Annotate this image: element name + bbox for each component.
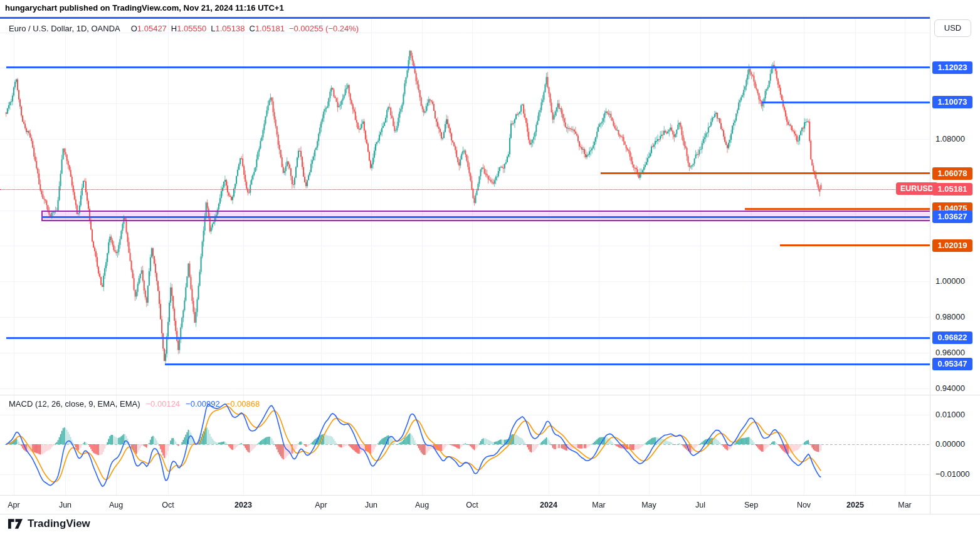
time-axis-label: May bbox=[641, 501, 656, 509]
time-axis-label: Oct bbox=[162, 501, 174, 509]
currency-usd-button[interactable]: USD bbox=[934, 19, 971, 37]
horizontal-level-line[interactable] bbox=[165, 363, 930, 365]
price-level-chip: 1.05181 bbox=[932, 183, 972, 196]
time-axis-label: Sep bbox=[744, 501, 758, 509]
price-level-chip: 1.12023 bbox=[932, 61, 972, 74]
time-axis-label: Jun bbox=[365, 501, 377, 509]
tradingview-brand-text: TradingView bbox=[28, 518, 90, 530]
macd-axis-label: 0.00000 bbox=[935, 439, 965, 449]
price-axis-label: 0.94000 bbox=[935, 383, 965, 393]
time-axis-label: 2024 bbox=[540, 501, 557, 509]
price-level-chip: 0.96822 bbox=[932, 331, 972, 344]
time-axis-label: Mar bbox=[592, 501, 606, 509]
price-level-chip: 0.95347 bbox=[932, 358, 972, 370]
price-level-chip: 1.02019 bbox=[932, 239, 972, 252]
symbol-legend[interactable]: Euro / U.S. Dollar, 1D, OANDAO1.05427H1.… bbox=[9, 24, 359, 33]
ohlc-letter: H bbox=[171, 24, 177, 33]
tradingview-logo[interactable]: TradingView bbox=[8, 518, 90, 530]
tradingview-mark-icon bbox=[8, 518, 23, 530]
ohlc-letter: O bbox=[131, 24, 137, 33]
macd-legend[interactable]: MACD (12, 26, close, 9, EMA, EMA)−0.0012… bbox=[9, 399, 260, 409]
time-axis-label: Jul bbox=[695, 501, 705, 509]
macd-axis-label: −0.01000 bbox=[935, 469, 970, 479]
ohlc-value: 1.05550 bbox=[177, 24, 206, 33]
macd-hist-value: −0.00124 bbox=[146, 399, 181, 409]
panel-divider[interactable] bbox=[0, 395, 980, 395]
ohlc-value: 1.05138 bbox=[215, 24, 245, 33]
chart-top-border bbox=[0, 17, 930, 19]
price-axis-label: 1.08000 bbox=[935, 134, 965, 143]
price-level-chip: 1.06078 bbox=[932, 167, 972, 180]
macd-axis-label: 0.01000 bbox=[935, 410, 965, 419]
time-axis[interactable]: AprJunAugOct2023AprJunAugOct2024MarMayJu… bbox=[0, 495, 930, 514]
tradingview-published-chart: hungarychart published on TradingView.co… bbox=[0, 0, 980, 537]
time-axis-label: Apr bbox=[8, 501, 19, 509]
horizontal-level-line[interactable] bbox=[762, 102, 930, 103]
bottom-border bbox=[0, 514, 980, 514]
published-attribution: hungarychart published on TradingView.co… bbox=[5, 3, 284, 13]
time-axis-label: 2025 bbox=[846, 501, 864, 509]
time-axis-label: Mar bbox=[898, 501, 912, 509]
ohlc-value: 1.05427 bbox=[137, 24, 167, 33]
time-axis-label: 2023 bbox=[234, 501, 252, 509]
ohlc-values: O1.05427H1.05550L1.05138C1.05181 bbox=[127, 24, 285, 33]
horizontal-level-line[interactable] bbox=[6, 66, 930, 68]
symbol-price-tag: EURUSD bbox=[896, 182, 938, 195]
horizontal-level-line[interactable] bbox=[780, 244, 930, 246]
horizontal-level-line[interactable] bbox=[601, 172, 930, 174]
price-macd-chart-canvas[interactable] bbox=[0, 0, 980, 537]
time-axis-label: Apr bbox=[315, 501, 327, 509]
ohlc-letter: C bbox=[249, 24, 255, 33]
ohlc-value: 1.05181 bbox=[255, 24, 285, 33]
price-level-chip: 1.03627 bbox=[932, 211, 972, 223]
macd-signal-value: −0.00868 bbox=[226, 399, 260, 409]
horizontal-level-line[interactable] bbox=[41, 216, 930, 218]
time-axis-label: Jun bbox=[59, 501, 71, 509]
price-level-chip: 1.10073 bbox=[932, 96, 972, 108]
time-axis-label: Oct bbox=[466, 501, 478, 509]
macd-line-value: −0.00992 bbox=[186, 399, 220, 409]
time-axis-label: Aug bbox=[109, 501, 123, 509]
time-axis-label: Aug bbox=[415, 501, 429, 509]
price-axis-label: 1.00000 bbox=[935, 276, 965, 286]
price-axis-label: 0.98000 bbox=[935, 312, 965, 321]
horizontal-level-line[interactable] bbox=[6, 337, 930, 339]
current-price-line bbox=[0, 189, 895, 190]
change-value: −0.00255 (−0.24%) bbox=[289, 24, 359, 33]
price-axis-label: 0.96000 bbox=[935, 348, 965, 357]
horizontal-level-line[interactable] bbox=[745, 208, 930, 210]
symbol-title: Euro / U.S. Dollar, 1D, OANDA bbox=[9, 24, 120, 33]
macd-title: MACD (12, 26, close, 9, EMA, EMA) bbox=[9, 399, 140, 409]
time-axis-label: Nov bbox=[797, 501, 811, 509]
